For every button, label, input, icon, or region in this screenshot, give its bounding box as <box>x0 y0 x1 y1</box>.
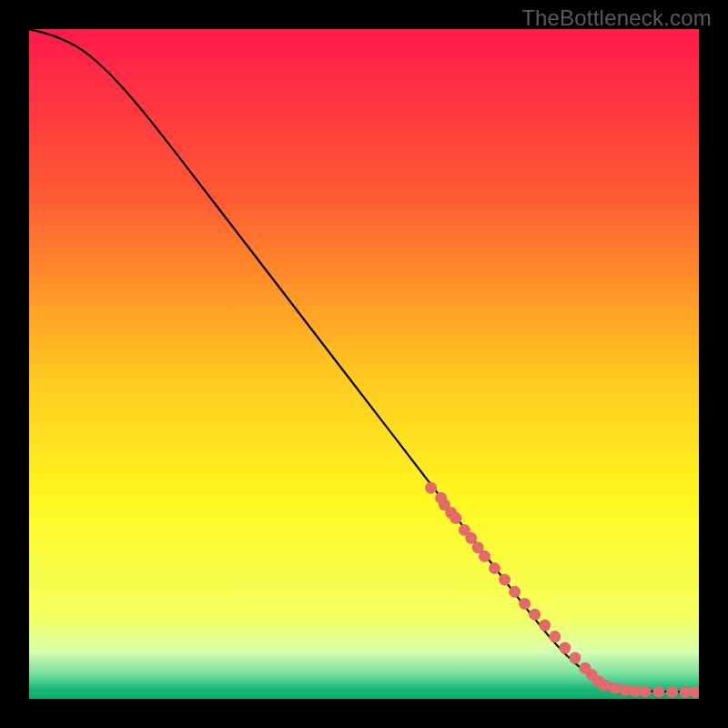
scatter-point <box>529 609 541 621</box>
scatter-point <box>666 686 678 698</box>
plot-area <box>29 29 699 699</box>
scatter-point <box>652 686 664 698</box>
scatter-point <box>559 642 571 654</box>
figure-frame: TheBottleneck.com <box>0 0 728 728</box>
scatter-point <box>519 598 531 610</box>
scatter-point <box>569 652 581 664</box>
scatter-point <box>630 685 642 697</box>
scatter-point <box>620 684 632 696</box>
scatter-point <box>425 482 437 494</box>
scatter-point <box>450 512 461 524</box>
gradient-background <box>29 29 699 699</box>
scatter-point <box>640 685 652 697</box>
scatter-point <box>489 562 500 574</box>
scatter-point <box>549 631 561 642</box>
scatter-point <box>539 620 551 632</box>
scatter-point <box>599 680 611 692</box>
scatter-point <box>509 586 521 598</box>
scatter-point <box>499 573 511 585</box>
chart-svg <box>29 29 699 699</box>
scatter-point <box>479 551 490 562</box>
attribution-label: TheBottleneck.com <box>521 5 712 31</box>
scatter-point <box>610 682 622 694</box>
